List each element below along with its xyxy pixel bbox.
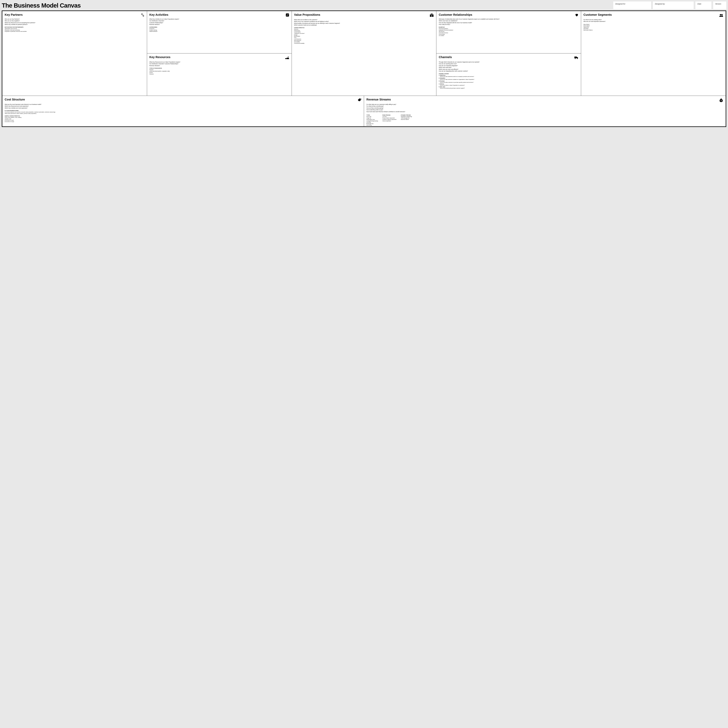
vp-questions: What value do we deliver to the customer… bbox=[294, 19, 434, 26]
version-box[interactable]: Version: bbox=[713, 2, 726, 9]
revenue-streams-block[interactable]: Revenue Streams $ For what value are our… bbox=[364, 96, 726, 126]
svg-point-3 bbox=[575, 58, 575, 59]
cr-hints: Personal assistance Dedicated Personal A… bbox=[439, 28, 579, 37]
kp-hints: Optimization and economy Reduction of ri… bbox=[5, 28, 145, 32]
vp-subhead: Characteristics bbox=[294, 27, 434, 28]
kr-hints: Physical Intellectual (brand patents, co… bbox=[149, 69, 289, 75]
canvas-grid: Key Partners Who are our Key Partners? W… bbox=[2, 11, 726, 127]
cr-questions: What type of relationship does each of o… bbox=[439, 18, 579, 26]
ch-subhead: Channel Phases bbox=[439, 73, 579, 74]
tag-icon bbox=[357, 98, 361, 102]
heart-icon bbox=[575, 13, 579, 17]
kr-title: Key Resources bbox=[149, 55, 170, 59]
rev-types-head: Types bbox=[366, 115, 378, 116]
customer-relationships-block[interactable]: Customer Relationships What type of rela… bbox=[436, 11, 581, 53]
ch-phases: 1. AwarenessHow do we raise awareness ab… bbox=[439, 75, 579, 89]
designed-by-box[interactable]: Designed by: bbox=[653, 2, 694, 9]
truck-icon bbox=[574, 55, 579, 60]
ch-questions: Through which Channels do our Customer S… bbox=[439, 61, 579, 72]
ka-title: Key Activities bbox=[149, 13, 168, 17]
rev-dynamic-head: Dynamic Pricing bbox=[401, 115, 412, 116]
link-icon bbox=[141, 13, 145, 17]
customer-segments-block[interactable]: Customer Segments For whom are we creati… bbox=[581, 11, 726, 96]
cost-questions: What are the most important costs inhere… bbox=[5, 104, 361, 109]
ch-title: Channels bbox=[439, 55, 452, 59]
checkbox-icon bbox=[286, 13, 289, 17]
designed-for-box[interactable]: Designed for: bbox=[613, 2, 651, 9]
rev-fixed-head: Fixed Pricing bbox=[382, 115, 396, 116]
kp-questions: Who are our Key Partners? Who are our ke… bbox=[5, 18, 145, 26]
money-bag-icon: $ bbox=[719, 98, 723, 102]
kp-subhead: Motivations for Partnerships bbox=[5, 27, 145, 28]
rev-columns: Types Asset sale Usage fee Subscription … bbox=[366, 113, 723, 126]
kr-subhead: Types of Resources bbox=[149, 68, 289, 69]
ka-hints: Production Problem Solving Platform/Netw… bbox=[149, 28, 289, 32]
key-activities-block[interactable]: Key Activities What Key Activities do ou… bbox=[147, 11, 292, 53]
cost-hints-2: Fixed Costs (salaries, rents, utilities)… bbox=[5, 117, 361, 122]
cr-subhead: Examples bbox=[439, 27, 579, 28]
vp-title: Value Propositions bbox=[294, 13, 320, 17]
kp-title: Key Partners bbox=[5, 13, 23, 17]
vp-hints: Newness Performance Customization "Getti… bbox=[294, 29, 434, 44]
value-propositions-block[interactable]: Value Propositions What value do we deli… bbox=[292, 11, 436, 96]
cs-questions: For whom are we creating value? Who are … bbox=[583, 19, 723, 23]
svg-text:$: $ bbox=[721, 99, 722, 101]
kr-questions: What Key Resources do our Value Proposit… bbox=[149, 61, 289, 67]
key-resources-block[interactable]: Key Resources What Key Resources do our … bbox=[147, 54, 292, 96]
cost-subhead-2: Sample Characteristics bbox=[5, 115, 361, 116]
gift-icon bbox=[430, 13, 434, 17]
cs-hints: Mass Market Niche Market Segmented Diver… bbox=[583, 24, 723, 31]
svg-point-2 bbox=[286, 58, 287, 59]
ka-questions: What Key Activities do our Value Proposi… bbox=[149, 18, 289, 26]
people-icon bbox=[719, 13, 723, 17]
factory-icon bbox=[285, 55, 289, 60]
cost-hints-1: Cost Driven (leanest cost structure, low… bbox=[5, 112, 361, 114]
svg-point-4 bbox=[577, 58, 578, 59]
rev-questions: For what value are our customers really … bbox=[366, 104, 723, 113]
svg-point-7 bbox=[360, 99, 360, 99]
key-partners-block[interactable]: Key Partners Who are our Key Partners? W… bbox=[2, 11, 147, 96]
channels-block[interactable]: Channels Through which Channels do our C… bbox=[436, 54, 581, 96]
cost-title: Cost Structure bbox=[5, 98, 25, 101]
cost-structure-block[interactable]: Cost Structure What are the most importa… bbox=[2, 96, 364, 126]
cr-title: Customer Relationships bbox=[439, 13, 472, 17]
cs-title: Customer Segments bbox=[583, 13, 612, 17]
page-title: The Business Model Canvas bbox=[2, 2, 612, 9]
ka-subhead: Catergories bbox=[149, 27, 289, 28]
rev-title: Revenue Streams bbox=[366, 98, 391, 101]
date-box[interactable]: Date: bbox=[695, 2, 711, 9]
svg-point-5 bbox=[720, 14, 721, 15]
header: The Business Model Canvas Designed for: … bbox=[2, 2, 726, 9]
cost-subhead-1: Is Your Business More bbox=[5, 110, 361, 111]
svg-point-6 bbox=[721, 14, 723, 15]
